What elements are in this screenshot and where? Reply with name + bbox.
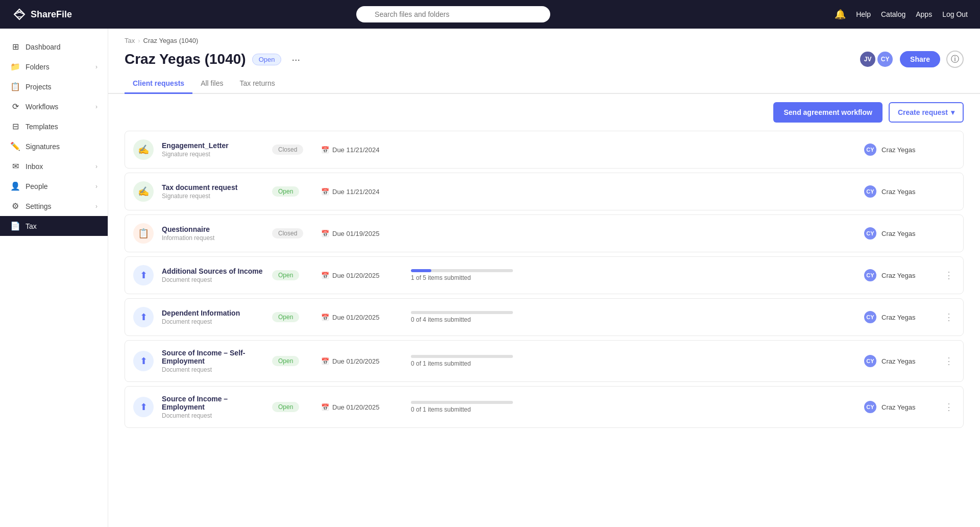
logout-link[interactable]: Log Out [942,10,968,18]
request-progress: 0 of 4 items submitted [411,311,855,323]
assignee-name: Craz Yegas [881,314,916,321]
signatures-icon: ✏️ [10,141,20,151]
request-type: Document request [162,412,264,419]
table-row[interactable]: ⬆ Dependent Information Document request… [125,298,964,336]
chevron-down-icon: ▾ [951,108,954,116]
help-link[interactable]: Help [856,10,871,18]
tax-icon: 📄 [10,221,20,231]
info-button[interactable]: ⓘ [946,51,964,68]
request-assignee: CY Craz Yegas [863,310,935,324]
breadcrumb: Tax › Craz Yegas (1040) [108,29,980,44]
search-wrapper: 🔍 [356,6,550,22]
sidebar-item-dashboard[interactable]: ⊞ Dashboard [0,37,108,57]
request-type: Signature request [162,193,264,200]
request-type: Document request [162,366,264,373]
status-pill: Open [272,402,299,412]
sidebar: ⊞ Dashboard 📁 Folders › 📋 Projects ⟳ Wor… [0,29,108,527]
assignee-name: Craz Yegas [881,357,916,365]
page-header: Craz Yegas (1040) Open ··· JVCY Share ⓘ [108,44,980,68]
send-agreement-button[interactable]: Send agreement workflow [773,102,882,123]
sidebar-item-inbox[interactable]: ✉ Inbox › [0,156,108,176]
request-assignee: CY Craz Yegas [863,400,935,414]
nav-actions: 🔔 Help Catalog Apps Log Out [835,9,968,20]
progress-text: 0 of 4 items submitted [411,316,855,323]
avatar-jv: JV [859,51,876,68]
calendar-icon: 📅 [321,357,329,365]
item-menu-button[interactable]: ⋮ [943,312,955,323]
sidebar-label-folders: Folders [26,63,50,71]
apps-link[interactable]: Apps [916,10,932,18]
request-status: Open [272,186,313,197]
status-pill: Open [272,312,299,322]
avatar-cy: CY [876,51,894,68]
chevron-icon: › [95,163,97,170]
request-progress: 0 of 1 items submitted [411,355,855,367]
request-type: Document request [162,276,264,283]
settings-icon: ⚙ [10,201,20,211]
request-assignee: CY Craz Yegas [863,226,935,241]
item-menu-button[interactable]: ⋮ [943,270,955,281]
breadcrumb-parent[interactable]: Tax [125,37,135,44]
table-row[interactable]: 📋 Questionnaire Information request Clos… [125,214,964,252]
notifications-icon[interactable]: 🔔 [835,9,846,20]
sidebar-item-workflows[interactable]: ⟳ Workflows › [0,97,108,116]
assignee-name: Craz Yegas [881,272,916,279]
sidebar-label-signatures: Signatures [26,142,60,151]
top-navigation: ShareFile 🔍 🔔 Help Catalog Apps Log Out [0,0,980,29]
item-menu-button[interactable]: ⋮ [943,355,955,367]
tabs: Client requestsAll filesTax returns [108,74,980,94]
request-info: Tax document request Signature request [162,183,264,200]
item-menu-button[interactable]: ⋮ [943,401,955,413]
request-info: Dependent Information Document request [162,309,264,325]
sidebar-item-projects[interactable]: 📋 Projects [0,77,108,97]
request-assignee: CY Craz Yegas [863,142,935,157]
assignee-avatar: CY [863,142,877,157]
request-due: 📅 Due 01/20/2025 [321,403,403,411]
request-type: Signature request [162,151,264,158]
table-row[interactable]: ✍ Tax document request Signature request… [125,173,964,210]
more-options-button[interactable]: ··· [287,52,304,67]
calendar-icon: 📅 [321,230,329,237]
request-assignee: CY Craz Yegas [863,354,935,368]
table-row[interactable]: ⬆ Additional Sources of Income Document … [125,256,964,294]
sidebar-item-folders[interactable]: 📁 Folders › [0,57,108,77]
sidebar-label-inbox: Inbox [26,162,43,171]
breadcrumb-separator: › [138,37,140,44]
tab-all-files[interactable]: All files [192,74,231,94]
sidebar-label-templates: Templates [26,123,58,131]
request-assignee: CY Craz Yegas [863,184,935,199]
search-area: 🔍 [80,6,826,22]
sidebar-label-projects: Projects [26,83,52,91]
app-layout: ⊞ Dashboard 📁 Folders › 📋 Projects ⟳ Wor… [0,29,980,527]
request-info: Source of Income – Self-Employment Docum… [162,349,264,373]
avatar-group: JVCY [859,51,894,68]
breadcrumb-current: Craz Yegas (1040) [143,37,199,44]
table-row[interactable]: ⬆ Source of Income – Employment Document… [125,386,964,428]
request-due: 📅 Due 01/20/2025 [321,272,403,279]
tab-tax-returns[interactable]: Tax returns [232,74,283,94]
sidebar-item-people[interactable]: 👤 People › [0,176,108,196]
request-icon: ✍ [133,139,154,160]
sidebar-item-templates[interactable]: ⊟ Templates [0,116,108,136]
create-request-label: Create request [898,108,948,116]
sidebar-item-signatures[interactable]: ✏️ Signatures [0,136,108,156]
tab-client-requests[interactable]: Client requests [125,74,192,94]
assignee-avatar: CY [863,268,877,282]
workflows-icon: ⟳ [10,102,20,111]
assignee-name: Craz Yegas [881,188,916,196]
create-request-button[interactable]: Create request ▾ [889,102,964,123]
sidebar-item-tax[interactable]: 📄 Tax [0,216,108,236]
search-input[interactable] [356,6,550,22]
calendar-icon: 📅 [321,146,329,154]
assignee-avatar: CY [863,310,877,324]
dashboard-icon: ⊞ [10,42,20,52]
request-icon: ✍ [133,181,154,202]
progress-bar [411,311,513,314]
sidebar-item-settings[interactable]: ⚙ Settings › [0,196,108,216]
share-button[interactable]: Share [900,51,940,67]
catalog-link[interactable]: Catalog [881,10,905,18]
request-info: Source of Income – Employment Document r… [162,395,264,419]
table-row[interactable]: ✍ Engagement_Letter Signature request Cl… [125,131,964,169]
table-row[interactable]: ⬆ Source of Income – Self-Employment Doc… [125,340,964,382]
progress-bar [411,401,513,404]
